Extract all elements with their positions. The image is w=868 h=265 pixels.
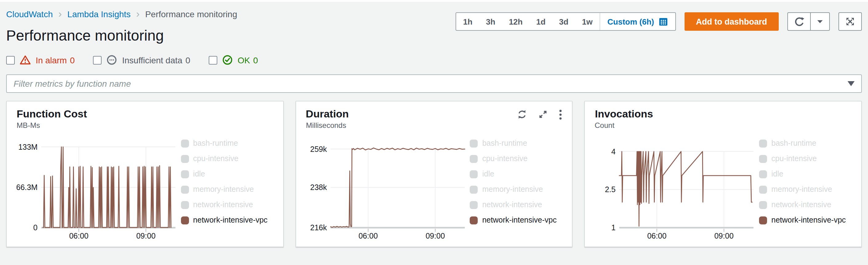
legend-swatch-icon — [759, 155, 767, 163]
legend-label: memory-intensive — [193, 185, 254, 194]
legend-swatch-icon — [470, 216, 478, 224]
widget-refresh-button[interactable] — [518, 109, 527, 119]
fullscreen-icon — [845, 16, 855, 27]
ok-icon — [222, 55, 233, 65]
refresh-options-button[interactable] — [810, 12, 830, 31]
refresh-button-group — [787, 12, 830, 31]
duration-card: Duration — [295, 101, 572, 247]
insufficient-data-checkbox[interactable] — [93, 56, 102, 64]
duration-chart[interactable]: 259k238k216k06:0009:00Milliseconds — [306, 121, 469, 243]
insufficient-data-label: Insufficient data — [122, 55, 183, 65]
widget-menu-button[interactable] — [559, 109, 562, 120]
time-range-1d[interactable]: 1d — [529, 13, 552, 30]
legend-label: idle — [771, 170, 783, 178]
ok-checkbox[interactable] — [209, 56, 217, 64]
legend-item-network-intensive[interactable]: network-intensive — [759, 200, 851, 209]
svg-text:06:00: 06:00 — [358, 231, 378, 240]
add-to-dashboard-button[interactable]: Add to dashboard — [684, 12, 779, 31]
legend-swatch-icon — [181, 216, 189, 224]
legend-label: network-intensive-vpc — [193, 216, 268, 224]
function-cost-chart[interactable]: 133M66.3M006:0009:00MB-Ms — [17, 121, 180, 243]
breadcrumb-current-page: Performance monitoring — [145, 9, 237, 19]
invocations-card: Invocations 42.5106:0009:00Count bash-ru… — [585, 101, 862, 247]
refresh-button[interactable] — [787, 12, 811, 31]
filter-dropdown-icon[interactable] — [847, 80, 855, 87]
expand-icon — [538, 109, 548, 119]
legend-swatch-icon — [470, 155, 478, 163]
invocations-chart[interactable]: 42.5106:0009:00Count — [595, 121, 758, 243]
legend-swatch-icon — [759, 201, 767, 209]
ok-label: OK — [238, 55, 250, 65]
legend-swatch-icon — [759, 139, 767, 147]
time-range-3d[interactable]: 3d — [552, 13, 575, 30]
alarm-filter-in-alarm: In alarm 0 — [6, 55, 75, 65]
time-range-1w[interactable]: 1w — [575, 13, 599, 30]
svg-text:MB-Ms: MB-Ms — [17, 121, 40, 129]
legend-item-cpu-intensive[interactable]: cpu-intensive — [470, 154, 562, 163]
legend-swatch-icon — [759, 216, 767, 224]
widget-expand-button[interactable] — [538, 109, 548, 119]
function-cost-card: Function Cost 133M66.3M006:0009:00MB-Ms … — [6, 101, 283, 247]
legend-item-network-intensive[interactable]: network-intensive — [181, 200, 273, 209]
filter-metrics-input[interactable] — [6, 74, 862, 93]
legend-label: network-intensive-vpc — [771, 216, 846, 224]
insufficient-data-count: 0 — [185, 55, 190, 65]
legend-item-idle[interactable]: idle — [759, 170, 851, 178]
svg-text:0: 0 — [33, 223, 37, 232]
legend-item-bash-runtime[interactable]: bash-runtime — [470, 139, 562, 147]
legend-item-network-intensive-vpc[interactable]: network-intensive-vpc — [470, 216, 562, 224]
svg-text:238k: 238k — [310, 183, 327, 192]
legend-swatch-icon — [470, 186, 478, 193]
legend-swatch-icon — [181, 139, 189, 147]
legend-item-cpu-intensive[interactable]: cpu-intensive — [181, 154, 273, 163]
custom-time-range-button[interactable]: Custom (6h) — [599, 13, 675, 30]
legend-item-bash-runtime[interactable]: bash-runtime — [181, 139, 273, 147]
legend-item-memory-intensive[interactable]: memory-intensive — [759, 185, 851, 194]
svg-text:09:00: 09:00 — [714, 231, 734, 240]
time-range-1h[interactable]: 1h — [456, 13, 479, 30]
svg-text:4: 4 — [612, 147, 616, 156]
legend-item-idle[interactable]: idle — [470, 170, 562, 178]
legend-swatch-icon — [759, 170, 767, 178]
duration-card-actions — [518, 109, 562, 120]
legend-label: idle — [482, 170, 494, 178]
svg-text:216k: 216k — [310, 223, 327, 232]
card-title-invocations: Invocations — [595, 108, 851, 121]
alarm-filter-ok: OK 0 — [209, 55, 258, 65]
svg-text:09:00: 09:00 — [425, 231, 445, 240]
legend-item-memory-intensive[interactable]: memory-intensive — [470, 185, 562, 194]
svg-text:06:00: 06:00 — [69, 231, 89, 240]
time-range-12h[interactable]: 12h — [502, 13, 529, 30]
svg-text:259k: 259k — [310, 145, 327, 154]
legend-item-bash-runtime[interactable]: bash-runtime — [759, 139, 851, 147]
legend-label: network-intensive-vpc — [482, 216, 557, 224]
legend-item-idle[interactable]: idle — [181, 170, 273, 178]
legend-label: cpu-intensive — [771, 154, 816, 163]
breadcrumb-link-cloudwatch[interactable]: CloudWatch — [6, 9, 53, 19]
in-alarm-checkbox[interactable] — [6, 56, 15, 64]
svg-text:Milliseconds: Milliseconds — [306, 121, 346, 129]
legend-item-memory-intensive[interactable]: memory-intensive — [181, 185, 273, 194]
svg-text:66.3M: 66.3M — [17, 183, 37, 192]
card-title-function-cost: Function Cost — [17, 108, 273, 121]
header-controls: 1h3h12h1d3d1w Custom (6h) — [456, 12, 862, 31]
fullscreen-button[interactable] — [838, 12, 862, 31]
page-header: CloudWatch › Lambda Insights › Performan… — [6, 2, 862, 44]
kebab-menu-icon — [559, 109, 562, 120]
legend-swatch-icon — [759, 186, 767, 193]
legend-item-network-intensive-vpc[interactable]: network-intensive-vpc — [181, 216, 273, 224]
insufficient-data-icon — [107, 55, 117, 65]
time-range-control: 1h3h12h1d3d1w Custom (6h) — [456, 12, 676, 31]
page-title: Performance monitoring — [6, 27, 237, 44]
breadcrumb-link-lambda-insights[interactable]: Lambda Insights — [67, 9, 130, 19]
chart-legend: bash-runtimecpu-intensiveidlememory-inte… — [470, 139, 562, 224]
legend-swatch-icon — [470, 139, 478, 147]
legend-item-cpu-intensive[interactable]: cpu-intensive — [759, 154, 851, 163]
caret-down-icon — [816, 17, 824, 26]
legend-item-network-intensive[interactable]: network-intensive — [470, 200, 562, 209]
legend-swatch-icon — [181, 170, 189, 178]
legend-label: memory-intensive — [482, 185, 543, 194]
alarm-filter-insufficient-data: Insufficient data 0 — [93, 55, 190, 65]
legend-item-network-intensive-vpc[interactable]: network-intensive-vpc — [759, 216, 851, 224]
time-range-3h[interactable]: 3h — [479, 13, 502, 30]
